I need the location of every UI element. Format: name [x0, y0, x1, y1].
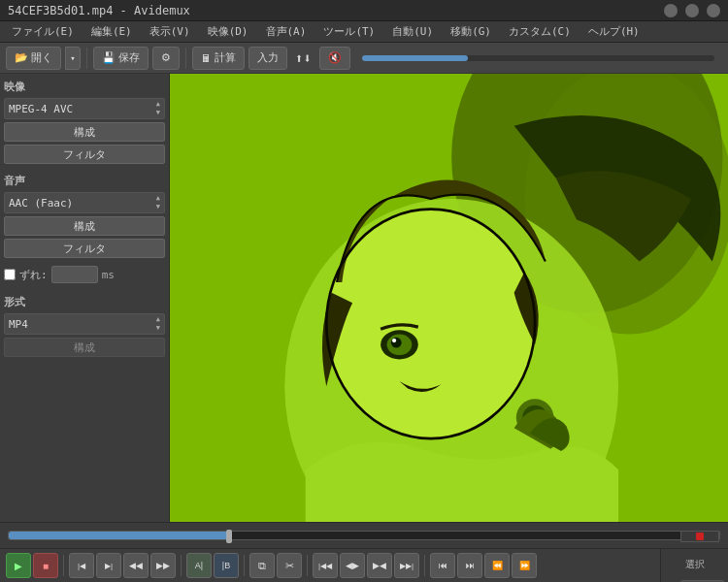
transport-row: ▶ ■ |◀ ▶| ◀◀ ▶▶ A| |B ⧉ ✂ |◀◀ ◀▶ ▶◀ ▶▶| …: [0, 549, 728, 582]
toolbar-progress-fill: [362, 55, 468, 61]
transport-controls: ▶ ■ |◀ ▶| ◀◀ ▶▶ A| |B ⧉ ✂ |◀◀ ◀▶ ▶◀ ▶▶| …: [0, 549, 660, 582]
format-codec-row: MP4 ▲ ▼: [4, 313, 165, 335]
format-section-label: 形式: [4, 293, 165, 311]
config-button[interactable]: ⚙: [152, 47, 180, 70]
calc-button[interactable]: 🖩 計算: [192, 47, 245, 70]
selection-label: 選択: [685, 558, 705, 571]
video-content: [170, 74, 728, 522]
seekbar-track[interactable]: [8, 531, 720, 540]
svg-point-8: [392, 339, 396, 342]
maximize-btn[interactable]: [685, 4, 699, 17]
audio-codec-up[interactable]: ▲: [156, 194, 160, 203]
skip-back-button[interactable]: ⏮: [430, 553, 455, 578]
audio-config-button[interactable]: 構成: [4, 216, 165, 236]
delay-input[interactable]: 0: [51, 266, 98, 283]
seekbar-selection-marker: [680, 531, 719, 542]
prev-keyframe-button[interactable]: |◀: [69, 553, 94, 578]
format-codec-arrows[interactable]: ▲ ▼: [156, 315, 160, 333]
menu-file[interactable]: ファイル(E): [4, 22, 82, 41]
mark-a-button[interactable]: A|: [186, 553, 212, 578]
menu-goto[interactable]: 移動(G): [443, 22, 499, 41]
menu-view[interactable]: 表示(V): [142, 22, 198, 41]
audio-codec-arrows[interactable]: ▲ ▼: [156, 194, 160, 211]
play-button[interactable]: ▶: [6, 553, 31, 578]
menu-tools[interactable]: ツール(T): [315, 22, 382, 41]
format-codec-up[interactable]: ▲: [156, 315, 160, 324]
menu-auto[interactable]: 自動(U): [384, 22, 441, 41]
goto-start-button[interactable]: |◀◀: [313, 553, 338, 578]
input-button[interactable]: 入力: [248, 47, 287, 70]
menu-audio[interactable]: 音声(A): [258, 22, 314, 41]
toolbar-spinner: ⬆⬇: [295, 50, 312, 66]
audio-codec-down[interactable]: ▼: [156, 203, 160, 211]
menu-custom[interactable]: カスタム(C): [501, 22, 579, 41]
toolbar-divider-1: [86, 48, 87, 69]
titlebar: 54CEF3B5d01.mp4 - Avidemux: [0, 0, 728, 21]
save-button[interactable]: 💾 保存: [93, 47, 149, 70]
audio-codec-row: AAC (Faac) ▲ ▼: [4, 192, 165, 213]
video-section-label: 映像: [4, 78, 165, 96]
video-codec-arrows[interactable]: ▲ ▼: [156, 100, 160, 117]
stop-button[interactable]: ■: [33, 553, 58, 578]
speaker-icon: 🔇: [328, 51, 342, 64]
format-codec-name: MP4: [9, 318, 156, 331]
format-config-button[interactable]: 構成: [4, 338, 165, 357]
red-handle: [696, 533, 704, 540]
transport-divider-1: [63, 555, 64, 576]
skip-fwd2-button[interactable]: ⏩: [512, 553, 537, 578]
gear-icon: ⚙: [161, 51, 171, 64]
video-codec-up[interactable]: ▲: [156, 100, 160, 109]
mute-button[interactable]: 🔇: [319, 47, 350, 70]
video-codec-name: MPEG-4 AVC: [9, 103, 156, 115]
next-keyframe-button[interactable]: ▶|: [96, 553, 121, 578]
audio-section-label: 音声: [4, 172, 165, 190]
minimize-btn[interactable]: [664, 4, 678, 17]
open-button[interactable]: 📂 開く: [6, 47, 61, 70]
delay-label: ずれ:: [19, 268, 48, 282]
transport-divider-3: [244, 555, 245, 576]
next-slow-button[interactable]: ▶◀: [367, 553, 392, 578]
delay-unit: ms: [102, 269, 115, 281]
folder-icon: 📂: [15, 51, 28, 64]
format-codec-down[interactable]: ▼: [156, 324, 160, 333]
goto-end-button[interactable]: ▶▶|: [394, 553, 419, 578]
delay-checkbox[interactable]: [4, 269, 16, 280]
toolbar-divider-2: [185, 48, 186, 69]
prev-slow-button[interactable]: ◀▶: [340, 553, 365, 578]
transport-divider-5: [424, 555, 425, 576]
video-config-button[interactable]: 構成: [4, 122, 165, 142]
copy-button[interactable]: ⧉: [249, 553, 275, 578]
selection-panel-transport: 選択: [660, 549, 728, 582]
close-btn[interactable]: [707, 4, 720, 17]
transport-divider-4: [307, 555, 308, 576]
video-frame: [170, 74, 728, 522]
transport-divider-2: [181, 555, 182, 576]
seekbar[interactable]: [0, 522, 728, 549]
seekbar-fill: [9, 532, 229, 539]
save-icon: 💾: [102, 51, 116, 64]
seekbar-handle[interactable]: [226, 530, 232, 543]
video-filter-button[interactable]: フィルタ: [4, 145, 165, 164]
video-area: [170, 74, 728, 522]
mark-b-button[interactable]: |B: [214, 553, 239, 578]
window-controls: [664, 4, 720, 17]
left-panel: 映像 MPEG-4 AVC ▲ ▼ 構成 フィルタ 音声 AAC (Faac) …: [0, 74, 170, 522]
prev-frame-button[interactable]: ◀◀: [123, 553, 149, 578]
skip-fwd-button[interactable]: ⏭: [457, 553, 482, 578]
svg-point-7: [391, 338, 402, 348]
window-title: 54CEF3B5d01.mp4 - Avidemux: [8, 4, 664, 17]
calc-icon: 🖩: [201, 52, 212, 64]
open-dropdown[interactable]: ▾: [65, 47, 81, 70]
menu-edit[interactable]: 編集(E): [83, 22, 140, 41]
audio-codec-name: AAC (Faac): [9, 197, 156, 210]
cut-button[interactable]: ✂: [277, 553, 302, 578]
menubar: ファイル(E) 編集(E) 表示(V) 映像(D) 音声(A) ツール(T) 自…: [0, 21, 728, 43]
menu-video[interactable]: 映像(D): [200, 22, 256, 41]
audio-filter-button[interactable]: フィルタ: [4, 239, 165, 258]
video-codec-down[interactable]: ▼: [156, 109, 160, 117]
next-frame-button[interactable]: ▶▶: [150, 553, 176, 578]
skip-back2-button[interactable]: ⏪: [484, 553, 510, 578]
toolbar: 📂 開く ▾ 💾 保存 ⚙ 🖩 計算 入力 ⬆⬇ 🔇: [0, 43, 728, 74]
main-area: 映像 MPEG-4 AVC ▲ ▼ 構成 フィルタ 音声 AAC (Faac) …: [0, 74, 728, 522]
menu-help[interactable]: ヘルプ(H): [580, 22, 647, 41]
